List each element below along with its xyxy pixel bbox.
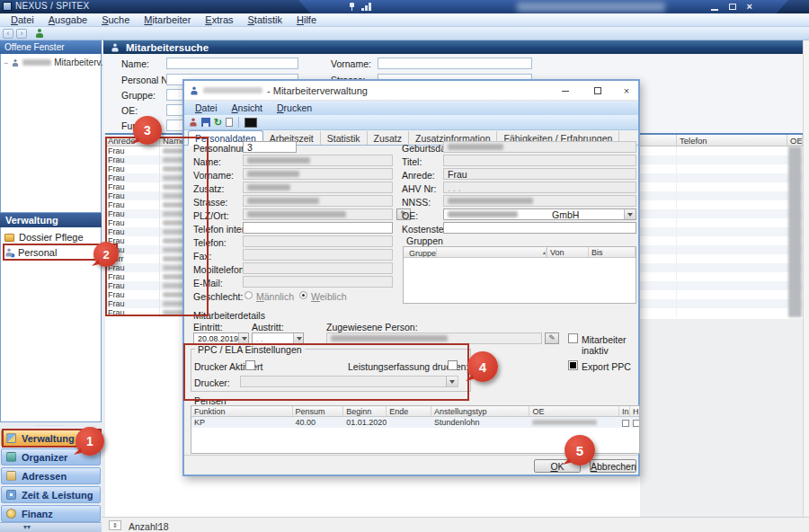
in-checkbox[interactable]	[622, 420, 629, 427]
annotation-step-1: 1	[76, 427, 104, 456]
chevron-down-icon[interactable]	[293, 333, 303, 343]
mitarbeiter-inaktiv-checkbox[interactable]	[568, 333, 578, 343]
telefon-input[interactable]	[243, 235, 393, 247]
column-header-telefon[interactable]: Telefon	[677, 135, 787, 146]
tree-item-label: Mitarbeiterv...	[54, 58, 108, 67]
scrollbar-area[interactable]	[803, 40, 809, 518]
telefon-cell	[677, 254, 787, 263]
sidebar-item-dossier-pflege[interactable]: Dossier Pflege	[4, 232, 84, 243]
chevron-down-icon[interactable]	[624, 209, 636, 219]
nav-button-adressen[interactable]: Adressen	[1, 467, 101, 484]
menu-datei[interactable]: Datei	[4, 14, 41, 25]
weiblich-radio[interactable]	[299, 291, 307, 299]
oe-cell	[529, 417, 619, 428]
tree-item-mitarbeiterverwaltung[interactable]: − Mitarbeiterv...	[4, 58, 108, 67]
new-document-icon[interactable]	[226, 118, 233, 127]
menu-mitarbeiter[interactable]: Mitarbeiter	[137, 14, 198, 25]
forward-button[interactable]: ›	[16, 29, 27, 39]
redacted	[331, 335, 448, 341]
h-checkbox[interactable]	[633, 420, 639, 427]
menu-suche[interactable]: Suche	[94, 14, 137, 25]
geburtsdatum-input[interactable]	[443, 141, 636, 153]
tab-statistik[interactable]: Statistik	[321, 131, 368, 145]
nav-label: Finanz	[22, 509, 53, 519]
column-header-beginn[interactable]: Beginn	[343, 406, 387, 416]
column-header-gruppe[interactable]: Gruppe▴	[404, 247, 547, 257]
cancel-button[interactable]: Abbrechen	[590, 459, 636, 473]
dialog-titlebar[interactable]: - Mitarbeiterverwaltung ×	[184, 81, 638, 101]
back-button[interactable]: ‹	[3, 29, 13, 39]
column-header-bis[interactable]: Bis	[589, 247, 636, 257]
restore-icon[interactable]	[729, 4, 736, 10]
person-icon[interactable]	[190, 119, 198, 127]
mobiltelefon-input[interactable]	[243, 262, 393, 274]
titel-label: Titel:	[402, 156, 422, 167]
sidebar-bottom-strip: ▾▾	[0, 522, 102, 532]
anrede-input[interactable]: Frau	[443, 168, 636, 180]
edit-person-button[interactable]: ✎	[545, 332, 559, 344]
person-icon[interactable]	[35, 29, 44, 38]
nav-button-zeit-leistung[interactable]: Zeit & Leistung	[1, 486, 101, 503]
tree-expander-icon[interactable]: −	[4, 58, 8, 67]
column-header-pensum[interactable]: Pensum	[293, 406, 344, 416]
close-icon[interactable]: ×	[747, 2, 752, 12]
menu-extras[interactable]: Extras	[198, 14, 240, 25]
maennlich-radio[interactable]	[244, 291, 253, 299]
nnss-input[interactable]	[443, 195, 636, 207]
menu-ausgabe[interactable]: Ausgabe	[41, 14, 94, 25]
export-ppc-checkbox[interactable]	[568, 360, 578, 370]
oe-combobox[interactable]: GmbH	[443, 208, 636, 220]
redacted	[448, 198, 533, 204]
dialog-menu-datei[interactable]: Datei	[188, 102, 225, 113]
ppc-icon[interactable]	[244, 118, 257, 128]
telefon-cell	[677, 272, 787, 281]
column-header-oe[interactable]: OE	[787, 135, 803, 146]
refresh-icon[interactable]: ↻	[214, 118, 222, 127]
telefon-intern-input[interactable]	[243, 222, 393, 234]
sidebar-item-label: Dossier Pflege	[19, 232, 84, 243]
organizer-icon	[6, 452, 16, 462]
column-header-funktion[interactable]: Funktion	[191, 406, 293, 416]
menu-statistik[interactable]: Statistik	[241, 14, 290, 25]
telefon-cell	[677, 200, 787, 209]
zusatz-input[interactable]	[243, 182, 393, 193]
dialog-menu-ansicht[interactable]: Ansicht	[225, 102, 270, 113]
column-header-anstellungstyp[interactable]: Anstellungstyp	[431, 406, 530, 416]
personalnummer-input[interactable]: 3	[243, 141, 297, 153]
dialog-menu-drucken[interactable]: Drucken	[270, 102, 319, 113]
dialog-close-icon[interactable]: ×	[620, 84, 633, 97]
fax-input[interactable]	[243, 249, 393, 261]
zeit-leistung-icon	[6, 490, 16, 500]
dialog-minimize-icon[interactable]	[559, 84, 572, 97]
minimize-icon[interactable]	[711, 9, 718, 11]
pensen-row[interactable]: KP 40.00 01.01.2020 Stundenlohn	[191, 417, 639, 428]
column-header-von[interactable]: Von	[547, 247, 589, 257]
nav-button-finanz[interactable]: Finanz	[1, 505, 101, 522]
column-header-oe[interactable]: OE	[529, 406, 619, 416]
email-input[interactable]	[243, 276, 393, 288]
name-input[interactable]	[166, 58, 298, 69]
column-header-ende[interactable]: Ende	[387, 406, 431, 416]
pin-icon[interactable]	[349, 3, 355, 11]
save-icon[interactable]	[201, 118, 210, 127]
annotation-step-4: 4	[467, 351, 498, 382]
telefon-cell	[677, 155, 787, 164]
column-header-h[interactable]: H...	[630, 406, 639, 416]
status-expander-icon[interactable]: ⇕	[109, 520, 121, 530]
chevron-down-icon[interactable]	[238, 333, 248, 343]
plz-ort-input[interactable]	[243, 208, 393, 220]
vorname-input[interactable]	[243, 168, 393, 180]
collapse-icon[interactable]: ▾▾	[23, 523, 31, 531]
titel-input[interactable]	[443, 155, 636, 166]
ahv-nr-input[interactable]: . . .	[443, 182, 636, 193]
strasse-input[interactable]	[243, 195, 393, 207]
dialog-title: - Mitarbeiterverwaltung	[267, 85, 368, 96]
name-input[interactable]	[243, 155, 393, 166]
vorname-input[interactable]	[378, 58, 532, 69]
telefon-cell	[677, 299, 787, 308]
column-header-in[interactable]: In...	[619, 406, 630, 416]
menu-hilfe[interactable]: Hilfe	[289, 14, 324, 25]
kostenstelle-input[interactable]	[443, 222, 636, 234]
funktion-cell: KP	[191, 417, 293, 428]
dialog-maximize-icon[interactable]	[591, 84, 604, 97]
